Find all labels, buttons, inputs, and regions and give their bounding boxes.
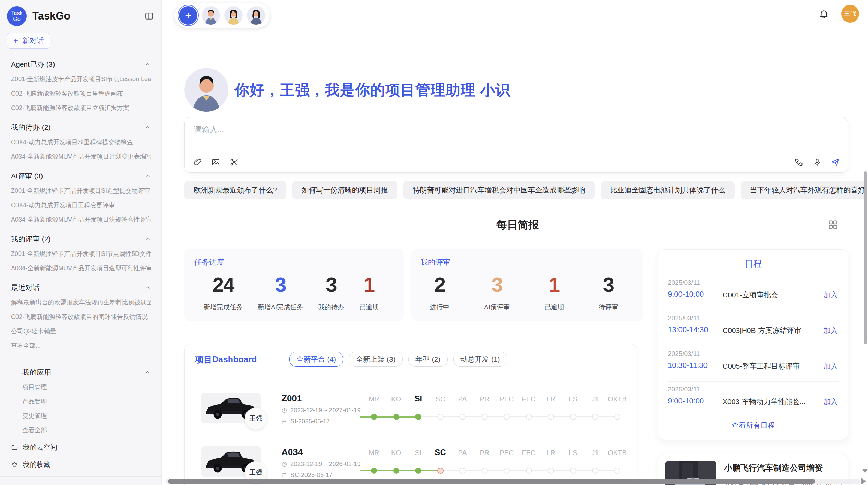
sidebar-section-header[interactable]: 最近对话 [11,280,151,295]
event-time: 13:00-14:30 [668,325,708,334]
event-join-link[interactable]: 加入 [823,326,838,335]
stat-item: 3AI预评审 [484,273,510,312]
layout-grid-icon[interactable] [828,219,839,230]
dashboard-tab[interactable]: 动总开发 (1) [453,352,507,367]
sidebar-tool-users[interactable]: AI超级员工 [0,480,161,485]
dashboard-tab[interactable]: 全新上装 (3) [349,352,403,367]
sidebar-app-item[interactable]: 项目管理 [11,380,151,394]
suggestion-chip[interactable]: 当下年轻人对汽车外观有怎样的喜好趋势 [741,181,867,199]
event-join-link[interactable]: 加入 [823,290,838,300]
event-title: C003|H0B-方案冻结评审 [723,326,808,335]
chat-input-box[interactable]: 请输入... [184,117,848,173]
sidebar-apps-view-all[interactable]: 查看全部... [11,423,151,437]
stat-value: 1 [359,273,379,297]
scroll-down-arrow-icon[interactable] [862,469,868,473]
suggestion-chip[interactable]: 特朗普可能对进口汽车增税会对中国车企造成哪些影响 [403,181,595,199]
sidebar-item[interactable]: Z001-全新燃油轻卡产品开发项目SI造型提交物评审 [11,184,151,198]
sidebar-item[interactable]: 公司Q3轻卡销量 [11,324,151,338]
sidebar-link-folder[interactable]: 我的云空间 [0,439,161,456]
milestone-label: SI [406,394,430,403]
project-row[interactable]: 王强Z0012023-12-19 ~ 2027-01-19SI-2025-05-… [185,393,637,446]
add-assistant-button[interactable]: + [179,6,197,25]
sidebar-item[interactable]: 解释最新出台的欧盟报废车法规再生塑料比例被调至15%... [11,295,151,310]
sidebar-item[interactable]: A034-全新新能源MUV产品开发项目法规符合性评审 [11,212,151,227]
image-icon[interactable] [211,158,220,167]
sidebar-section-header[interactable]: 我的评审 (2) [11,232,151,247]
horizontal-scrollbar-thumb[interactable] [168,479,815,484]
assistant-avatar-2[interactable] [224,6,243,25]
suggestion-chip[interactable]: 如何写一份清晰的项目周报 [292,181,397,199]
microphone-icon[interactable] [812,158,822,167]
sidebar-section-title: AI评审 (3) [11,171,144,181]
sidebar-item[interactable]: A034-全新新能源MUV产品开发项目造型可行性评审 [11,261,151,275]
phone-call-icon[interactable] [794,158,804,167]
horizontal-scrollbar[interactable] [165,479,860,484]
milestone-label: KO [384,449,408,457]
sidebar: Task Go TaskGo + 新对话 Agent已办 (3)Z001-全新燃… [0,0,162,485]
milestone-label: PA [450,395,474,403]
assistant-avatar-3[interactable] [247,6,265,25]
input-attachments [193,158,239,167]
milestone-label: SC [429,448,453,457]
project-dates: 2023-12-19 ~ 2026-01-19 [281,461,361,468]
milestone-dot [548,414,554,420]
stat-card-title: 我的评审 [420,257,626,268]
milestone-timeline: MRKOSISCPAPRPECFECLRLSJ1OKTB [360,393,621,430]
chevron-up-icon [144,236,151,242]
notification-bell-icon[interactable] [819,9,829,19]
vertical-scrollbar-thumb[interactable] [864,171,867,344]
sidebar-app-item[interactable]: 产品管理 [11,394,151,409]
suggestion-chip[interactable]: 比亚迪全固态电池计划具体说了什么 [601,181,735,199]
stat-card-title: 任务进度 [194,257,387,268]
schedule-event: 2025/03/119:00-10:00C001-立项审批会加入 [668,275,839,310]
sidebar-apps-title: 我的应用 [22,368,51,377]
app-title: TaskGo [32,10,144,22]
sidebar-section-header[interactable]: 我的待办 (2) [11,120,151,135]
event-join-link[interactable]: 加入 [823,361,838,371]
sidebar-link-star[interactable]: 我的收藏 [0,456,161,473]
folder-icon [11,444,18,451]
project-name: Z001 [281,393,302,404]
dashboard-tab[interactable]: 年型 (2) [408,352,448,367]
schedule-title: 日程 [668,250,839,269]
milestone-label: PEC [495,395,519,403]
sidebar-item[interactable]: C02-飞腾新能源轻客改款项目的闭环通告反馈情况 [11,310,151,324]
sidebar-app-item[interactable]: 变更管理 [11,409,151,423]
scroll-right-arrow-icon[interactable] [861,478,866,484]
sidebar-item[interactable]: Z001-全新燃油皮卡产品开发项目SI节点Lesson Learn报告 [11,72,151,86]
sidebar-section-header[interactable]: AI评审 (3) [11,169,151,184]
sidebar-item[interactable]: A034-全新新能源MUV产品开发项目计划变更表编写 [11,149,151,164]
sidebar-section: 我的待办 (2)C0X4-动力总成开发项目SI里程碑提交物检查A034-全新新能… [0,116,161,165]
suggestion-chip[interactable]: 欧洲新规最近颁布了什么? [184,181,286,199]
sidebar-item[interactable]: C02-飞腾新能源轻客改款项目里程碑画布 [11,86,151,101]
schedule-view-all-link[interactable]: 查看所有日程 [668,421,839,430]
sidebar-section: Agent已办 (3)Z001-全新燃油皮卡产品开发项目SI节点Lesson L… [0,53,161,116]
sidebar-item[interactable]: C02-飞腾新能源轻客改款项目立项汇报方案 [11,101,151,115]
milestone-label: MR [362,395,386,403]
schedule-event: 2025/03/1110:30-11:30C005-整车工程目标评审加入 [668,346,839,382]
stat-label: 新增AI完成任务 [258,303,303,312]
sidebar-apps-header[interactable]: 我的应用 [11,365,151,380]
milestone-dot [371,468,377,474]
dashboard-tab[interactable]: 全新平台 (4) [289,352,343,367]
assistant-avatar-1[interactable] [202,6,220,25]
user-avatar[interactable]: 王强 [841,5,859,23]
flag-icon [281,472,287,478]
schedule-event: 2025/03/119:00-10:00X003-车辆动力学性能验...加入 [668,382,839,417]
collapse-sidebar-icon[interactable] [144,11,154,21]
sidebar-item[interactable]: C0X4-动力总成开发项目工程变更评审 [11,198,151,212]
sidebar-item[interactable]: C0X4-动力总成开发项目SI里程碑提交物检查 [11,135,151,149]
milestone-dot [415,414,421,420]
sidebar-section-header[interactable]: Agent已办 (3) [11,57,151,72]
milestone-dot [592,414,598,420]
sidebar-item[interactable]: Z001-全新燃油轻卡产品开发项目SI节点属性5D文件评审 [11,247,151,261]
event-join-link[interactable]: 加入 [823,397,838,407]
sidebar-view-all[interactable]: 查看全部... [11,338,151,353]
chevron-up-icon [144,284,151,291]
paperclip-icon[interactable] [193,158,202,167]
new-chat-button[interactable]: + 新对话 [7,33,50,49]
send-icon[interactable] [831,158,840,167]
milestone-label: SC [429,395,453,403]
scissors-icon[interactable] [229,158,239,167]
milestone-dot [592,468,598,474]
